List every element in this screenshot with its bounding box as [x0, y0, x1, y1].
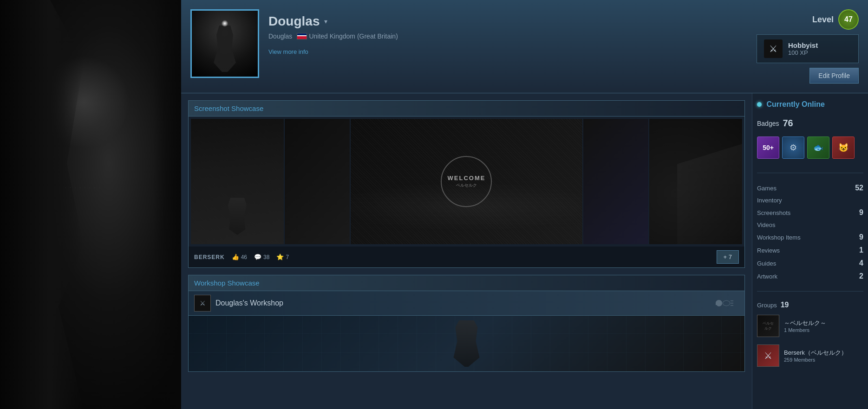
artwork-stat-row[interactable]: Artwork 2: [757, 271, 863, 282]
avatar-container[interactable]: [190, 9, 259, 78]
videos-label: Videos: [757, 221, 776, 228]
guides-value: 4: [859, 259, 863, 267]
art-birds: · · · · · · · ·: [65, 186, 101, 190]
inventory-label: Inventory: [757, 197, 782, 204]
inventory-stat-row[interactable]: Inventory: [757, 195, 863, 205]
workshop-art: [189, 316, 744, 371]
ss-art-5: [649, 119, 742, 244]
background-art: · · · · · · · ·: [0, 0, 181, 409]
welcome-text: WELCOME: [448, 175, 486, 182]
screenshots-label: Screenshots: [757, 209, 790, 216]
profile-name-row: Douglas ▾: [268, 14, 738, 29]
badge-red-icon[interactable]: 😺: [832, 136, 855, 159]
games-label: Games: [757, 185, 777, 192]
workshop-item-icon: ⚔: [194, 295, 211, 312]
screenshot-item-1[interactable]: [191, 119, 284, 244]
games-stat-row[interactable]: Games 52: [757, 182, 863, 194]
group-avatar-berserk-art: ベルセルク: [757, 315, 779, 337]
body-section: Screenshot Showcase: [181, 93, 868, 409]
level-badge: 47: [838, 9, 859, 30]
hobbyist-text: Hobbyist 100 XP: [788, 41, 818, 56]
groups-label: Groups: [757, 302, 777, 309]
stats-section: Games 52 Inventory Screenshots 9 Videos …: [757, 182, 863, 282]
group-name-1: ～ベルセルク～: [784, 319, 826, 327]
profile-subname: Douglas: [268, 32, 292, 40]
guides-stat-row[interactable]: Guides 4: [757, 258, 863, 269]
hobbyist-xp: 100 XP: [788, 49, 818, 56]
flag-icon: [297, 33, 307, 39]
screenshot-item-2[interactable]: [285, 119, 350, 244]
group-item-1[interactable]: ベルセルク ～ベルセルク～ 1 Members: [757, 313, 863, 339]
group-item-2[interactable]: ⚔ Berserk（ベルセルク） 259 Members: [757, 343, 863, 369]
reviews-value: 1: [859, 246, 863, 254]
ss-art-4: [583, 119, 648, 244]
comments-count: 38: [263, 254, 269, 260]
country-flag: United Kingdom (Great Britain): [297, 32, 398, 40]
reviews-label: Reviews: [757, 247, 780, 254]
hobbyist-box: ⚔ Hobbyist 100 XP: [757, 34, 859, 63]
workshop-name[interactable]: Douglas's Workshop: [215, 299, 283, 307]
artwork-value: 2: [859, 272, 863, 280]
group-members-2: 259 Members: [784, 357, 847, 363]
screenshot-showcase-header: Screenshot Showcase: [189, 101, 744, 117]
star-icon: ⭐: [276, 253, 284, 260]
badges-count: 76: [783, 118, 793, 129]
group-avatar-2: ⚔: [757, 344, 779, 367]
guides-label: Guides: [757, 260, 776, 267]
edit-profile-button[interactable]: Edit Profile: [809, 68, 859, 84]
welcome-circle: WELCOME ベルセルク: [441, 156, 492, 207]
hobbyist-icon: ⚔: [764, 39, 783, 58]
badge-50plus-icon[interactable]: 50+: [757, 136, 779, 159]
reviews-stat-row[interactable]: Reviews 1: [757, 245, 863, 256]
workshop-showcase-panel: Workshop Showcase ⚔ Douglas's Workshop: [188, 275, 745, 372]
comment-icon: 💬: [254, 253, 261, 260]
screenshot-item-3[interactable]: WELCOME ベルセルク: [351, 119, 583, 244]
comments-stat: 💬 38: [254, 253, 269, 260]
avatar-light: [222, 20, 228, 27]
group-name-2: Berserk（ベルセルク）: [784, 349, 847, 357]
group-avatar-red-art: ⚔: [757, 345, 779, 366]
group-info-2: Berserk（ベルセルク） 259 Members: [784, 349, 847, 363]
hobbyist-title: Hobbyist: [788, 41, 818, 49]
profile-info: Douglas ▾ Douglas United Kingdom (Great …: [268, 9, 738, 55]
workshop-header-bar: ⚔ Douglas's Workshop: [189, 291, 744, 316]
group-members-1: 1 Members: [784, 327, 826, 333]
workshop-items-label: Workshop Items: [757, 234, 801, 241]
dropdown-arrow-icon[interactable]: ▾: [324, 18, 327, 25]
profile-right: Level 47 ⚔ Hobbyist 100 XP Edit Profile: [747, 9, 859, 84]
workshop-items-stat-row[interactable]: Workshop Items 9: [757, 232, 863, 243]
groups-section: Groups 19 ベルセルク ～ベルセルク～ 1 Members: [757, 301, 863, 369]
workshop-preview: [189, 316, 744, 371]
screenshot-showcase-panel: Screenshot Showcase: [188, 100, 745, 268]
avatar-figure: [211, 26, 239, 72]
level-container: Level 47: [812, 9, 859, 30]
screenshot-grid: WELCOME ベルセルク: [189, 117, 744, 247]
online-status-label: Currently Online: [766, 100, 824, 108]
artwork-label: Artwork: [757, 273, 777, 280]
badge-green-icon[interactable]: 🐟: [807, 136, 829, 159]
stars-stat: ⭐ 7: [276, 253, 289, 260]
ss-welcome: WELCOME ベルセルク: [351, 119, 583, 244]
view-more-info-link[interactable]: View more info: [268, 48, 738, 55]
online-dot-icon: [757, 102, 762, 107]
badges-row: Badges 76: [757, 118, 863, 129]
videos-stat-row[interactable]: Videos: [757, 220, 863, 230]
groups-count: 19: [781, 301, 789, 309]
games-value: 52: [855, 184, 863, 192]
screenshots-stat-row[interactable]: Screenshots 9: [757, 207, 863, 218]
screenshot-info: BERSERK 👍 46 💬 38 ⭐ 7 + 7: [189, 247, 744, 267]
more-screenshots-button[interactable]: + 7: [717, 250, 739, 264]
group-info-1: ～ベルセルク～ 1 Members: [784, 319, 826, 333]
screenshots-value: 9: [859, 208, 863, 217]
like-icon: 👍: [232, 253, 239, 260]
steam-logo-icon: [711, 296, 739, 310]
level-value: 47: [844, 15, 853, 24]
profile-subname-row: Douglas United Kingdom (Great Britain): [268, 32, 738, 40]
avatar-art: [192, 11, 258, 77]
stars-count: 7: [286, 254, 289, 260]
screenshot-item-4[interactable]: [583, 119, 648, 244]
badges-icons-container: 50+ ⚙ 🐟 😺: [757, 136, 863, 159]
screenshot-item-5[interactable]: [649, 119, 742, 244]
badge-gear-icon[interactable]: ⚙: [782, 136, 804, 159]
currently-online-status: Currently Online: [757, 100, 863, 109]
